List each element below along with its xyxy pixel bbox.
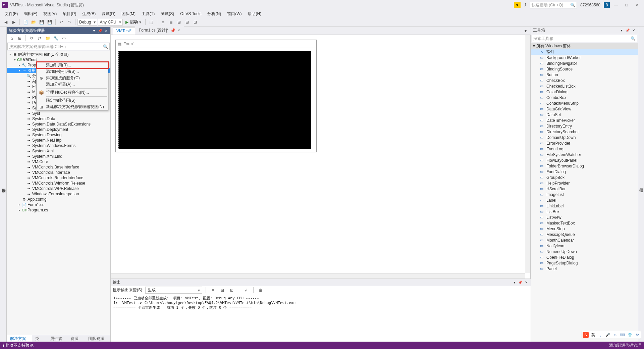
btab-class[interactable]: 类视图 — [32, 335, 47, 342]
menu-window[interactable]: 窗口(W) — [224, 10, 244, 17]
left-rail[interactable]: 数据源 — [0, 27, 7, 342]
menu-qt[interactable]: Qt VS Tools — [177, 11, 204, 17]
btab-props[interactable]: 属性管理器 — [47, 335, 67, 342]
toolbox-item[interactable]: ▭ColorDialog — [531, 89, 638, 95]
tree-node[interactable]: ▪▪VMControls.Winform.Release — [7, 181, 110, 186]
show-all-icon[interactable]: 📁 — [44, 35, 51, 42]
preview-icon[interactable]: ▭ — [60, 35, 67, 42]
ctx-add-connected-service[interactable]: ⊕添加连接的服务(C) — [37, 75, 108, 81]
tree-node[interactable]: ▪▪System.Xml.Linq — [7, 154, 110, 159]
ctx-manage-nuget[interactable]: 📦管理 NuGet 程序包(N)... — [37, 89, 108, 96]
panel-dropdown-icon[interactable]: ▾ — [512, 280, 517, 285]
tb-icon[interactable]: ⬚ — [148, 18, 155, 26]
tree-node-form1[interactable]: ▸📄Form1.cs — [7, 202, 110, 207]
vertical-scrollbar[interactable] — [525, 35, 530, 273]
toolbox-item[interactable]: ▭HelpProvider — [531, 180, 638, 186]
minimize-button[interactable]: — — [611, 1, 621, 9]
toolbox-item[interactable]: ▭DataGridView — [531, 106, 638, 112]
menu-test[interactable]: 测试(S) — [158, 10, 177, 17]
btab-team[interactable]: 团队资源管理器 — [85, 335, 110, 342]
pin-icon[interactable]: 📌 — [98, 28, 102, 33]
toolbox-item[interactable]: ▭DomainUpDown — [531, 135, 638, 140]
menu-file[interactable]: 文件(F) — [2, 10, 20, 17]
close-icon[interactable]: ✕ — [177, 29, 180, 32]
panel-close-icon[interactable]: ✕ — [104, 28, 108, 33]
menu-help[interactable]: 帮助(H) — [245, 10, 264, 17]
align-icon[interactable]: ⊟ — [183, 18, 191, 26]
status-scc[interactable]: 添加到源代码管理 — [609, 343, 641, 348]
tree-node[interactable]: ▪▪System.Deployment — [7, 127, 110, 132]
tree-node[interactable]: ▪▪System.Data — [7, 116, 110, 121]
align-icon[interactable]: ≣ — [167, 18, 175, 26]
toolbox-search-input[interactable]: 搜索工具箱 🔍 — [532, 35, 637, 42]
toolbox-item[interactable]: ▭Panel — [531, 266, 638, 271]
ime-logo-icon[interactable]: S — [583, 332, 589, 338]
toolbox-item[interactable]: ▭GroupBox — [531, 174, 638, 180]
pin-icon[interactable]: 📌 — [518, 280, 523, 285]
tree-node[interactable]: ▪▪VM.Core — [7, 159, 110, 164]
toolbox-item[interactable]: ▭MessageQueue — [531, 232, 638, 237]
ime-toolbar[interactable]: S 英 ， 🎤 ☺ ⌨ 👕 ⚒ — [582, 331, 641, 339]
tree-node[interactable]: ▪▪System.Net.Http — [7, 138, 110, 143]
menu-build[interactable]: 生成(B) — [79, 10, 98, 17]
toolbox-item[interactable]: ▭NotifyIcon — [531, 243, 638, 249]
menu-debug[interactable]: 调试(D) — [99, 10, 118, 17]
align-icon[interactable]: ⊞ — [175, 18, 183, 26]
new-project-button[interactable]: 📄 — [22, 18, 29, 26]
toolbox-item[interactable]: ▭ContextMenuStrip — [531, 100, 638, 106]
toolbox-item[interactable]: ▭ListView — [531, 214, 638, 220]
toolbox-item[interactable]: ▭DirectorySearcher — [531, 129, 638, 135]
toolbox-item[interactable]: ▭BackgroundWorker — [531, 55, 638, 60]
save-all-button[interactable]: 💾 — [46, 18, 53, 26]
form-window[interactable]: ▦ Form1 — [115, 40, 317, 152]
solution-node[interactable]: ▾⊞解决方案"VMTest"(1 个项目) — [7, 52, 110, 57]
toolbox-item[interactable]: ▭FileSystemWatcher — [531, 152, 638, 157]
align-icon[interactable]: ≡ — [159, 18, 167, 26]
tree-node[interactable]: ▪▪WindowsFormsIntegration — [7, 191, 110, 197]
panel-dropdown-icon[interactable]: ▾ — [619, 28, 624, 33]
output-source-combo[interactable]: 生成 — [145, 287, 202, 294]
tab-vmtest[interactable]: VMTest* — [113, 27, 135, 35]
pin-icon[interactable]: 📌 — [625, 28, 630, 33]
toolbox-item[interactable]: ▭OpenFileDialog — [531, 254, 638, 260]
menu-analyze[interactable]: 分析(N) — [205, 10, 224, 17]
ime-skin-icon[interactable]: 👕 — [627, 332, 633, 338]
toolbox-item[interactable]: ▭LinkLabel — [531, 203, 638, 209]
collapse-icon[interactable]: ⊟ — [16, 35, 23, 42]
btab-solution[interactable]: 解决方案资源... — [7, 335, 32, 342]
tree-node-program[interactable]: ▸C#Program.cs — [7, 207, 110, 213]
toolbox-item[interactable]: ▭MonthCalendar — [531, 237, 638, 243]
clear-icon[interactable]: ≡ — [209, 287, 217, 294]
tab-list-icon[interactable]: ▾ — [522, 27, 529, 35]
notification-badge[interactable]: 8 — [604, 2, 610, 8]
undo-button[interactable]: ↶ — [58, 18, 65, 26]
pin-icon[interactable]: 📌 — [170, 28, 175, 33]
flag-icon[interactable]: ▼ — [514, 2, 521, 8]
toolbox-list[interactable]: ↖指针▭BackgroundWorker▭BindingNavigator▭Bi… — [531, 49, 638, 342]
platform-combo[interactable]: Any CPU — [98, 19, 122, 26]
align-icon[interactable]: ⊡ — [192, 18, 199, 26]
toolbox-item[interactable]: ▭ErrorProvider — [531, 140, 638, 146]
toolbox-item[interactable]: ▭DateTimePicker — [531, 117, 638, 123]
tree-node[interactable]: ▪▪VMControls.Interface — [7, 170, 110, 175]
solution-search-input[interactable]: 搜索解决方案资源管理器(Ctrl+;) 🔍 — [7, 43, 110, 50]
output-text[interactable]: 1>------ 已启动全部重新生成: 项目: VMTest, 配置: Debu… — [111, 294, 531, 342]
ctx-add-analyzer[interactable]: 添加分析器(A)... — [37, 81, 108, 88]
menu-project[interactable]: 项目(P) — [60, 10, 79, 17]
ctx-scope[interactable]: 限定为此范围(S) — [37, 97, 108, 104]
toolbox-item[interactable]: ▭ComboBox — [531, 95, 638, 100]
form-client-area[interactable] — [118, 51, 311, 149]
ctx-new-explorer-view[interactable]: ⊞新建解决方案资源管理器视图(N) — [37, 104, 108, 110]
toolbox-item[interactable]: ▭DataSet — [531, 112, 638, 117]
ctx-add-reference[interactable]: 添加引用(R)... — [37, 62, 108, 68]
menu-edit[interactable]: 编辑(E) — [21, 10, 40, 17]
tree-node[interactable]: ▪▪System.Data.DataSetExtensions — [7, 121, 110, 127]
home-icon[interactable]: ⌂ — [8, 35, 15, 42]
toggle-icon[interactable]: ⊟ — [219, 287, 226, 294]
menu-team[interactable]: 团队(M) — [119, 10, 138, 17]
wrap-icon[interactable]: ↲ — [243, 287, 250, 294]
menu-tools[interactable]: 工具(T) — [139, 10, 157, 17]
save-button[interactable]: 💾 — [38, 18, 45, 26]
toolbox-item[interactable]: ▭CheckedListBox — [531, 83, 638, 89]
toolbox-item[interactable]: ▭HScrollBar — [531, 186, 638, 192]
